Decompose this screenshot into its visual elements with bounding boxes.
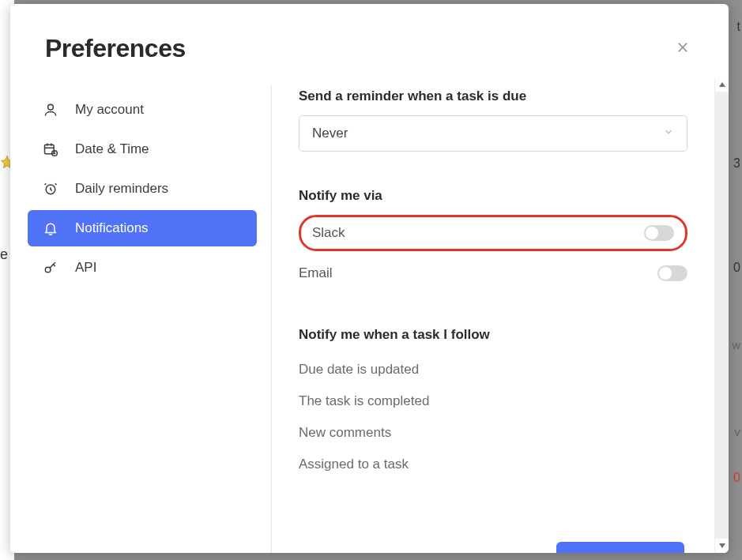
bg-text: e [0, 246, 11, 263]
bell-icon [42, 220, 59, 237]
follow-event-assigned[interactable]: Assigned to a task [299, 449, 687, 480]
section-title-reminder: Send a reminder when a task is due [299, 88, 687, 104]
chevron-down-icon [663, 126, 674, 141]
scroll-up-button[interactable] [715, 77, 729, 92]
channel-label: Email [299, 265, 333, 281]
close-icon [676, 40, 690, 58]
email-toggle[interactable] [657, 265, 687, 281]
modal-title: Preferences [45, 34, 186, 63]
toggle-knob [646, 227, 658, 239]
bg-text: w [732, 338, 740, 351]
svg-point-4 [45, 267, 51, 272]
sidebar-item-label: Notifications [75, 220, 149, 236]
user-icon [42, 101, 59, 118]
close-button[interactable] [672, 38, 694, 60]
preferences-modal: Preferences My account Date & Time [10, 4, 729, 553]
channel-label: Slack [312, 225, 345, 241]
key-icon [42, 259, 59, 276]
alarm-clock-icon [42, 180, 59, 197]
follow-event-due-date[interactable]: Due date is updated [299, 354, 687, 385]
reminder-select[interactable]: Never [299, 115, 687, 152]
follow-event-comments[interactable]: New comments [299, 417, 687, 449]
bg-text: 0 [733, 471, 740, 485]
notify-channel-email: Email [299, 257, 687, 289]
section-title-notify-via: Notify me via [299, 188, 687, 204]
follow-event-completed[interactable]: The task is completed [299, 385, 687, 417]
section-title-follow: Notify me when a task I follow [299, 327, 687, 343]
modal-header: Preferences [10, 4, 729, 77]
slack-toggle[interactable] [644, 225, 674, 241]
sidebar-item-label: Date & Time [75, 141, 149, 157]
sidebar-item-label: API [75, 260, 96, 276]
content-wrap: Send a reminder when a task is due Never… [272, 77, 729, 553]
sidebar-item-date-time[interactable]: Date & Time [28, 131, 257, 167]
bg-text: t [737, 20, 740, 34]
sidebar-item-label: Daily reminders [75, 181, 168, 197]
svg-point-0 [48, 104, 54, 110]
select-value: Never [312, 126, 348, 141]
calendar-clock-icon [42, 141, 59, 158]
highlight-annotation: Slack [299, 215, 687, 251]
settings-panel: Send a reminder when a task is due Never… [272, 77, 714, 553]
sidebar-item-daily-reminders[interactable]: Daily reminders [28, 171, 257, 207]
scroll-down-button[interactable] [715, 539, 729, 553]
sidebar-item-label: My account [75, 102, 144, 118]
sidebar-item-api[interactable]: API [28, 250, 257, 286]
scrollbar[interactable] [714, 77, 729, 553]
modal-body: My account Date & Time Daily reminders N… [10, 77, 729, 553]
bg-text: 0 [733, 261, 740, 275]
toggle-knob [659, 267, 672, 280]
sidebar: My account Date & Time Daily reminders N… [10, 77, 271, 553]
sidebar-item-notifications[interactable]: Notifications [28, 210, 257, 246]
bg-text: v [735, 425, 741, 438]
notify-channel-slack: Slack [312, 222, 674, 244]
bg-text: 3 [733, 156, 740, 171]
primary-action-button[interactable] [556, 542, 684, 553]
scroll-track[interactable] [715, 92, 729, 539]
sidebar-item-my-account[interactable]: My account [28, 92, 257, 128]
